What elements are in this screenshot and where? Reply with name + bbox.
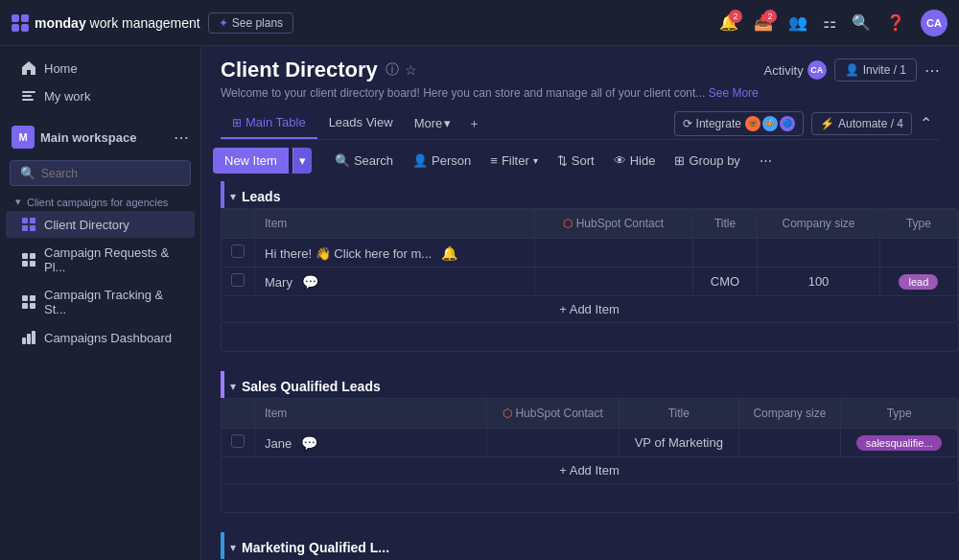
activity-button[interactable]: Activity CA: [763, 60, 826, 80]
hide-button[interactable]: 👁 Hide: [606, 149, 664, 173]
svg-rect-4: [30, 218, 35, 223]
filter-icon: ≡: [490, 153, 498, 168]
section-label[interactable]: ▾ Client campaigns for agencies: [0, 190, 200, 210]
tab-main-table[interactable]: ⊞ Main Table: [221, 107, 317, 139]
comment-icon[interactable]: 💬: [301, 435, 317, 451]
row-checkbox[interactable]: [222, 239, 255, 268]
board-header: Client Directory ⓘ ☆ Activity CA 👤 Invit…: [201, 46, 959, 140]
comment-icon[interactable]: 💬: [302, 274, 318, 290]
group-leads-caret[interactable]: ▾: [230, 190, 236, 203]
person-add-icon: 👤: [845, 63, 859, 77]
person-button[interactable]: 👤 Person: [405, 149, 479, 173]
company-size-cell: [738, 429, 841, 457]
group-leads: ▾ Leads Item ⬡: [221, 181, 959, 352]
group-by-button[interactable]: ⊞ Group by: [667, 149, 747, 173]
table-row: Jane 💬 VP of Marketing salesqualifie...: [222, 429, 958, 457]
sidebar-item-campaign-tracking[interactable]: Campaign Tracking & St...: [6, 282, 195, 322]
collapse-button[interactable]: ⌃: [920, 114, 932, 132]
company-size-cell: 100: [758, 268, 880, 296]
svg-rect-13: [22, 303, 28, 309]
star-icon[interactable]: ☆: [405, 62, 417, 78]
checkbox-icon[interactable]: [231, 245, 245, 258]
company-size-col-header: Company size: [758, 209, 880, 239]
user-avatar[interactable]: CA: [921, 10, 947, 36]
apps-button[interactable]: ⚏: [823, 13, 836, 32]
table-icon: ⊞: [232, 116, 242, 129]
sidebar-search[interactable]: 🔍: [10, 160, 191, 186]
type-cell: lead: [879, 268, 957, 296]
invite-button[interactable]: 👤 Invite / 1: [834, 58, 917, 82]
type-cell: [879, 239, 957, 268]
hide-icon: 👁: [614, 153, 626, 168]
main-content: Client Directory ⓘ ☆ Activity CA 👤 Invit…: [201, 46, 959, 560]
leads-table: Item ⬡ HubSpot Contact Title Company siz…: [222, 209, 958, 322]
table-row: Hi there! 👋 Click here for m... 🔔: [222, 239, 958, 268]
item-cell[interactable]: Mary 💬: [255, 268, 535, 296]
group-mql-title[interactable]: Marketing Qualified L...: [242, 540, 389, 555]
top-navigation: monday work management ✦ See plans 🔔 2 📥…: [0, 0, 959, 46]
invite-team-button[interactable]: 👥: [788, 13, 807, 32]
item-cell[interactable]: Hi there! 👋 Click here for m... 🔔: [255, 239, 535, 268]
checkbox-icon[interactable]: [231, 434, 245, 448]
dashboard-icon: [21, 330, 36, 345]
type-badge: salesqualifie...: [856, 435, 943, 451]
workspace-options-icon[interactable]: ⋯: [174, 128, 189, 147]
item-cell[interactable]: Jane 💬: [255, 429, 487, 457]
sidebar-item-mywork[interactable]: My work: [6, 82, 195, 109]
app-layout: Home My work M Main workspace ⋯ 🔍 ▾ Clie…: [0, 46, 959, 560]
checkbox-icon[interactable]: [231, 273, 245, 287]
board-header-right: Activity CA 👤 Invite / 1 ⋯: [763, 58, 940, 82]
sidebar-item-campaigns-dashboard[interactable]: Campaigns Dashboard: [6, 324, 195, 351]
tab-add-button[interactable]: ＋: [460, 109, 488, 138]
sidebar-item-home[interactable]: Home: [6, 55, 195, 82]
new-item-dropdown-button[interactable]: ▾: [292, 148, 312, 174]
row-checkbox[interactable]: [222, 429, 255, 457]
group-mql-caret[interactable]: ▾: [230, 541, 236, 554]
inbox-button[interactable]: 📥 2: [754, 13, 773, 32]
sort-button[interactable]: ⇅ Sort: [550, 149, 602, 173]
see-more-link[interactable]: See More: [709, 86, 759, 100]
comment-icon[interactable]: 🔔: [441, 245, 457, 261]
table-area: ▾ Leads Item ⬡: [201, 181, 959, 560]
info-icon[interactable]: ⓘ: [386, 61, 399, 79]
group-sql-title[interactable]: Sales Qualified Leads: [242, 379, 381, 394]
section-caret-icon: ▾: [15, 196, 21, 208]
group-leads-title[interactable]: Leads: [242, 189, 280, 204]
board-title-icons: ⓘ ☆: [386, 61, 417, 79]
workspace-header[interactable]: M Main workspace ⋯: [0, 118, 200, 156]
sidebar-search-input[interactable]: [41, 167, 180, 180]
table-row: Mary 💬 CMO 100 lead: [222, 268, 958, 296]
sidebar-item-client-directory[interactable]: Client Directory: [6, 211, 195, 238]
tab-leads-view[interactable]: Leads View: [317, 107, 405, 139]
sidebar-item-campaign-requests[interactable]: Campaign Requests & Pl...: [6, 240, 195, 280]
tabs-right: ⟳ Integrate 🦋 🐝 🔵 ⚡ Automate / 4 ⌃: [674, 111, 940, 136]
title-cell: CMO: [692, 268, 757, 296]
notification-bell-button[interactable]: 🔔 2: [719, 13, 738, 32]
board-icon: [21, 252, 36, 268]
more-options-button[interactable]: ⋯: [924, 61, 940, 80]
checkbox-col-header: [222, 399, 255, 429]
search-toolbar-button[interactable]: 🔍 Search: [327, 149, 401, 173]
integrate-button[interactable]: ⟳ Integrate 🦋 🐝 🔵: [674, 111, 804, 136]
new-item-button[interactable]: New Item: [213, 148, 289, 174]
help-button[interactable]: ❓: [886, 13, 905, 32]
add-item-button[interactable]: + Add Item: [222, 457, 958, 484]
search-button[interactable]: 🔍: [852, 13, 871, 32]
add-item-button[interactable]: + Add Item: [222, 296, 958, 323]
automate-button[interactable]: ⚡ Automate / 4: [811, 112, 912, 135]
filter-button[interactable]: ≡ Filter ▾: [482, 149, 545, 173]
group-sql-caret[interactable]: ▾: [230, 380, 236, 393]
type-col-header: Type: [841, 399, 958, 429]
svg-rect-12: [30, 295, 35, 301]
hubspot-cell: [534, 239, 692, 268]
row-checkbox[interactable]: [222, 268, 255, 296]
group-icon: ⊞: [674, 153, 685, 168]
sort-icon: ⇅: [557, 153, 568, 168]
svg-rect-8: [30, 253, 35, 259]
svg-rect-11: [22, 295, 28, 301]
group-leads-header: ▾ Leads: [221, 181, 959, 208]
home-icon: [21, 60, 36, 76]
more-toolbar-button[interactable]: ⋯: [752, 149, 780, 173]
see-plans-button[interactable]: ✦ See plans: [208, 12, 293, 34]
tab-more[interactable]: More ▾: [405, 110, 461, 136]
